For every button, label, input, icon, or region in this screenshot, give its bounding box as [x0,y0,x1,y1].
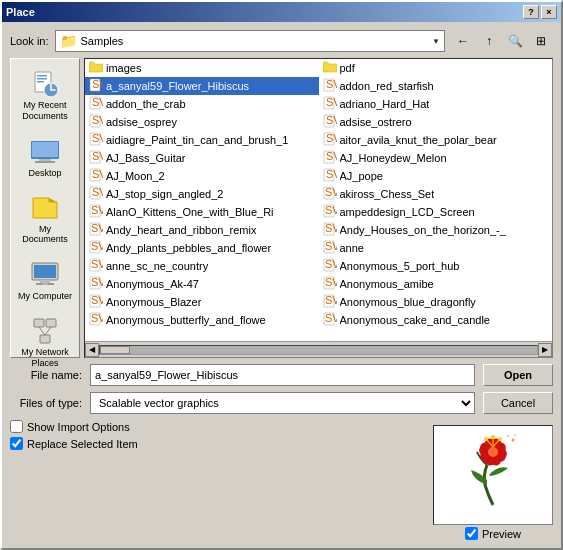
list-item[interactable]: SVGAnonymous_Blazer [85,293,319,311]
dialog-title: Place [6,6,35,18]
list-item[interactable]: SVGanne_sc_ne_country [85,257,319,275]
list-item[interactable]: pdf [319,59,553,77]
scroll-left-button[interactable]: ◀ [85,343,99,357]
list-item[interactable]: SVGAJ_pope [319,167,553,185]
list-item[interactable]: SVGaddon_red_starfish [319,77,553,95]
look-in-dropdown[interactable]: 📁 Samples ▼ [55,30,445,52]
list-item[interactable]: SVGaddon_the_crab [85,95,319,113]
show-import-checkbox[interactable] [10,420,23,433]
file-name: AJ_Moon_2 [106,170,165,182]
horizontal-scrollbar[interactable]: ◀ ▶ [85,341,552,357]
svg-rect-2 [37,78,47,80]
list-item[interactable]: SVGAnonymous_blue_dragonfly [319,293,553,311]
my-documents-label: My Documents [16,224,74,246]
list-item[interactable]: SVGAnonymous_Ak-47 [85,275,319,293]
svg-text:SVG: SVG [326,168,337,180]
sidebar-item-recent[interactable]: My Recent Documents [13,63,77,127]
svg-text:SVG: SVG [91,294,103,306]
svg-text:SVG: SVG [325,222,337,234]
look-in-arrow[interactable]: ▼ [432,37,440,46]
list-item[interactable]: SVGadsise_ostrero [319,113,553,131]
filename-input[interactable] [90,364,475,386]
svg-file-icon: SVG [323,78,337,94]
preview-checkbox[interactable] [465,527,478,540]
filename-row: File name: Open [10,364,553,386]
my-documents-icon [29,192,61,224]
desktop-label: Desktop [28,168,61,178]
file-name: adsise_ostrero [340,116,412,128]
file-name: aidiagre_Paint_tin_can_and_brush_1 [106,134,288,146]
list-item[interactable]: SVGadriano_Hard_Hat [319,95,553,113]
list-item[interactable]: SVGadsise_osprey [85,113,319,131]
list-item[interactable]: SVGAJ_Moon_2 [85,167,319,185]
title-bar: Place ? × [2,2,561,22]
list-item[interactable]: SVGAndy_Houses_on_the_horizon_-_ [319,221,553,239]
list-item[interactable]: SVGaidiagre_Paint_tin_can_and_brush_1 [85,131,319,149]
svg-file-icon: SVG [323,186,337,202]
scroll-track[interactable] [99,345,538,355]
file-name: adsise_osprey [106,116,177,128]
list-item[interactable]: SVGAlanO_Kittens_One_with_Blue_Ri [85,203,319,221]
svg-file-icon: SVG [89,204,103,220]
recent-docs-icon [29,68,61,100]
filetype-select[interactable]: Scalable vector graphics [90,392,475,414]
filename-label: File name: [10,369,82,381]
file-name: AJ_pope [340,170,383,182]
cancel-button[interactable]: Cancel [483,392,553,414]
svg-text:SVG: SVG [92,132,103,144]
file-name: a_sanyal59_Flower_Hibiscus [106,80,249,92]
list-item[interactable]: SVGampeddesign_LCD_Screen [319,203,553,221]
list-item[interactable]: SVGAndy_plants_pebbles_and_flower [85,239,319,257]
replace-selected-label[interactable]: Replace Selected Item [27,438,138,450]
list-item[interactable]: SVGAnonymous_cake_and_candle [319,311,553,329]
sidebar-item-desktop[interactable]: Desktop [13,131,77,183]
replace-selected-checkbox[interactable] [10,437,23,450]
svg-file-icon: SVG [89,186,103,202]
svg-point-84 [484,437,488,441]
view-button[interactable]: ⊞ [529,30,553,52]
list-item[interactable]: images [85,59,319,77]
svg-text:SVG: SVG [326,132,337,144]
list-item[interactable]: SVGAJ_Honeydew_Melon [319,149,553,167]
show-import-label[interactable]: Show Import Options [27,421,130,433]
sidebar-item-documents[interactable]: My Documents [13,187,77,251]
search-button[interactable]: 🔍 [503,30,527,52]
back-button[interactable]: ← [451,30,475,52]
list-item[interactable]: SVGa_sanyal59_Flower_Hibiscus [85,77,319,95]
look-in-label: Look in: [10,35,49,47]
network-label: My Network Places [16,347,74,369]
scroll-right-button[interactable]: ▶ [538,343,552,357]
dialog-body: Look in: 📁 Samples ▼ ← ↑ 🔍 ⊞ [2,22,561,462]
preview-label[interactable]: Preview [482,528,521,540]
svg-file-icon: SVG [323,168,337,184]
svg-point-80 [488,447,498,457]
close-button[interactable]: × [541,5,557,19]
list-item[interactable]: SVGAnonymous_amibe [319,275,553,293]
list-item[interactable]: SVGaitor_avila_knut_the_polar_bear [319,131,553,149]
list-item[interactable]: SVGAndy_heart_and_ribbon_remix [85,221,319,239]
list-item[interactable]: SVGAJ_stop_sign_angled_2 [85,185,319,203]
open-button[interactable]: Open [483,364,553,386]
sidebar-item-computer[interactable]: My Computer [13,254,77,306]
svg-text:SVG: SVG [92,114,103,126]
svg-file-icon: SVG [323,276,337,292]
list-item[interactable]: SVGAnonymous_butterfly_and_flowe [85,311,319,329]
list-item[interactable]: SVGanne [319,239,553,257]
list-item[interactable]: SVGakiross_Chess_Set [319,185,553,203]
svg-text:SVG: SVG [92,186,103,198]
file-name: AJ_Bass_Guitar [106,152,185,164]
svg-point-89 [507,435,509,437]
recent-docs-label: My Recent Documents [16,100,74,122]
file-name: anne_sc_ne_country [106,260,208,272]
sidebar-item-network[interactable]: My Network Places [13,310,77,374]
svg-file-icon: SVG [89,312,103,328]
list-item[interactable]: SVGAnonymous_5_port_hub [319,257,553,275]
list-item[interactable]: SVGAJ_Bass_Guitar [85,149,319,167]
svg-rect-16 [40,335,50,343]
svg-file-icon: SVG [323,294,337,310]
up-button[interactable]: ↑ [477,30,501,52]
file-name: AJ_stop_sign_angled_2 [106,188,223,200]
scroll-thumb[interactable] [100,346,130,354]
file-name: addon_red_starfish [340,80,434,92]
help-button[interactable]: ? [523,5,539,19]
